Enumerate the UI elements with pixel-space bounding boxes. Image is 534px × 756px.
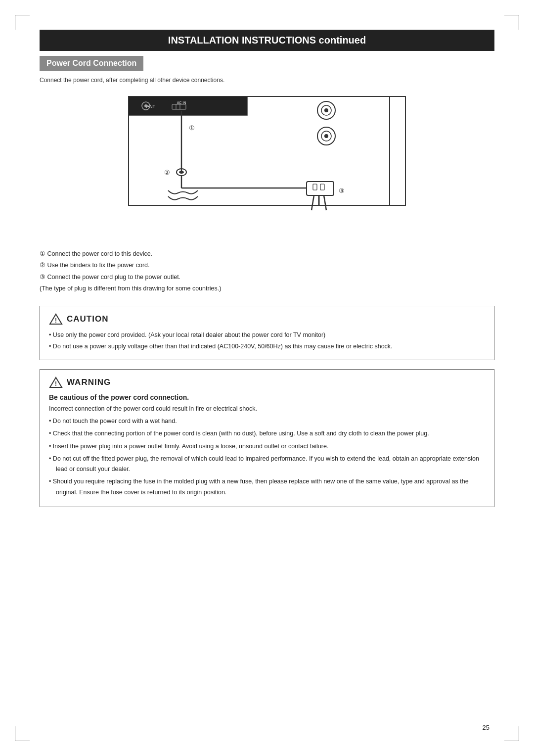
caution-header: ! CAUTION	[49, 313, 485, 325]
svg-point-22	[179, 171, 184, 174]
page: INSTALLATION INSTRUCTIONS continued Powe…	[0, 0, 534, 756]
warning-line-2: • Check that the connecting portion of t…	[49, 428, 485, 439]
main-title: INSTALLATION INSTRUCTIONS continued	[40, 30, 494, 51]
svg-point-16	[324, 134, 328, 138]
caution-box: ! CAUTION • Use only the power cord prov…	[40, 306, 494, 360]
svg-text:ANT: ANT	[146, 104, 156, 109]
svg-rect-17	[390, 96, 405, 205]
caution-body: • Use only the power cord provided. (Ask…	[49, 330, 485, 351]
step-1: ① Connect the power cord to this device.	[40, 249, 494, 259]
warning-line-5: • Should you require replacing the fuse …	[49, 476, 485, 498]
corner-mark-tl	[15, 15, 30, 30]
svg-text:②: ②	[164, 169, 170, 176]
corner-mark-tr	[504, 15, 519, 30]
caution-line-2: • Do not use a power supply voltage othe…	[49, 341, 485, 351]
svg-text:③: ③	[339, 187, 345, 194]
warning-label: WARNING	[67, 378, 111, 387]
warning-line-3: • Insert the power plug into a power out…	[49, 441, 485, 452]
caution-label: CAUTION	[67, 314, 108, 324]
corner-mark-bl	[15, 726, 30, 741]
caution-line-1: • Use only the power cord provided. (Ask…	[49, 330, 485, 340]
section-title: Power Cord Connection	[40, 56, 143, 71]
step-note: (The type of plug is different from this…	[40, 284, 494, 294]
power-cord-diagram: ANT AC IN ①	[40, 92, 494, 240]
svg-text:!: !	[55, 317, 57, 324]
step-3: ③ Connect the power cord plug to the pow…	[40, 272, 494, 283]
svg-text:AC IN: AC IN	[177, 101, 186, 104]
warning-header: ! WARNING	[49, 377, 485, 388]
svg-text:!: !	[55, 380, 57, 387]
corner-mark-br	[504, 726, 519, 741]
intro-text: Connect the power cord, after completing…	[40, 77, 494, 84]
steps-list: ① Connect the power cord to this device.…	[40, 249, 494, 294]
svg-point-13	[324, 108, 328, 112]
warning-body: • Do not touch the power cord with a wet…	[49, 416, 485, 498]
warning-line-1: • Do not touch the power cord with a wet…	[49, 416, 485, 426]
diagram-svg: ANT AC IN ①	[114, 92, 420, 240]
step-2: ② Use the binders to fix the power cord.	[40, 260, 494, 271]
svg-text:①: ①	[189, 124, 195, 132]
warning-subhead: Be cautious of the power cord connection…	[49, 393, 485, 401]
warning-intro: Incorrect connection of the power cord c…	[49, 405, 485, 412]
svg-rect-31	[320, 184, 324, 190]
warning-triangle-icon: !	[49, 377, 63, 388]
caution-triangle-icon: !	[49, 313, 63, 325]
warning-line-4: • Do not cut off the fitted power plug, …	[49, 454, 485, 475]
page-number: 25	[483, 724, 490, 731]
svg-point-5	[144, 104, 147, 107]
warning-box: ! WARNING Be cautious of the power cord …	[40, 369, 494, 507]
svg-rect-30	[313, 184, 317, 190]
